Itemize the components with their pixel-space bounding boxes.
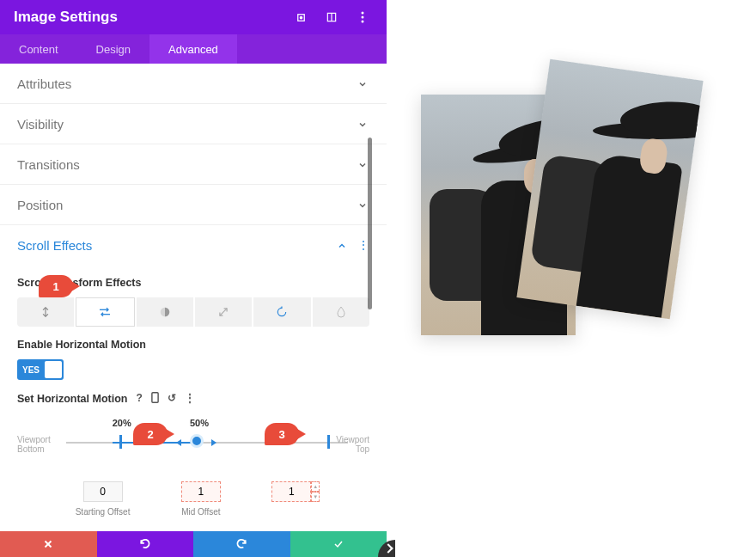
svg-point-6	[362, 21, 364, 23]
svg-point-1	[300, 16, 302, 19]
end-offset-input[interactable]	[271, 481, 311, 502]
tab-advanced[interactable]: Advanced	[149, 34, 237, 64]
settings-title: Image Settings	[14, 9, 280, 26]
section-title: Visibility	[17, 117, 357, 132]
tab-design[interactable]: Design	[77, 34, 149, 64]
section-attributes[interactable]: Attributes	[0, 64, 387, 103]
mid-offset-label: Mid Offset	[181, 507, 220, 517]
device-icon[interactable]	[151, 392, 159, 406]
expand-icon[interactable]	[290, 7, 311, 28]
slider-fill	[113, 442, 197, 444]
slider-pct-1: 20%	[113, 418, 131, 428]
transform-effects-label: Scroll Transform Effects	[17, 277, 369, 289]
section-scroll-effects[interactable]: Scroll Effects ⋮	[0, 225, 387, 265]
stepper-down-icon[interactable]: ▼	[311, 492, 320, 502]
settings-header: Image Settings	[0, 0, 387, 34]
effect-rotate[interactable]	[253, 297, 310, 327]
motion-slider[interactable]: 20% 50%	[17, 423, 369, 466]
section-title: Attributes	[17, 77, 357, 91]
chevron-up-icon	[337, 239, 349, 251]
enable-horizontal-toggle[interactable]: YES	[17, 359, 64, 380]
mid-offset-input[interactable]	[181, 481, 221, 502]
slider-pct-2: 50%	[190, 418, 209, 428]
svg-rect-12	[152, 393, 158, 403]
footer-actions	[0, 531, 387, 557]
toggle-knob	[45, 361, 62, 378]
offset-stepper[interactable]: ▲ ▼	[311, 481, 320, 502]
chevron-down-icon	[357, 118, 369, 130]
kebab-icon[interactable]	[352, 7, 373, 28]
dock-icon[interactable]	[321, 7, 342, 28]
svg-point-5	[362, 16, 364, 19]
chevron-down-icon	[357, 77, 369, 89]
options-kebab-icon[interactable]: ⋮	[185, 392, 195, 406]
effect-fade[interactable]	[137, 297, 193, 327]
starting-offset-input[interactable]	[83, 481, 123, 502]
effect-vertical[interactable]	[17, 297, 74, 327]
slider-track	[66, 442, 348, 444]
undo-button[interactable]	[97, 531, 194, 557]
section-title: Position	[17, 198, 357, 212]
effect-blur[interactable]	[313, 297, 369, 327]
redo-button[interactable]	[193, 531, 290, 557]
cancel-button[interactable]	[0, 531, 97, 557]
reset-icon[interactable]: ↺	[168, 392, 176, 406]
tab-content[interactable]: Content	[0, 34, 77, 64]
toggle-label: YES	[22, 365, 40, 375]
effect-scale[interactable]	[195, 297, 252, 327]
section-position[interactable]: Position	[0, 185, 387, 224]
stepper-up-icon[interactable]: ▲	[311, 481, 320, 492]
set-horizontal-label: Set Horizontal Motion ? ↺ ⋮	[17, 392, 369, 406]
slider-arrow-left-icon	[176, 439, 181, 446]
enable-horizontal-label: Enable Horizontal Motion	[17, 339, 369, 351]
preview-photo-front	[516, 59, 703, 319]
slider-handle-end[interactable]	[327, 435, 330, 449]
starting-offset-label: Starting Offset	[76, 507, 131, 517]
help-icon[interactable]: ?	[136, 392, 142, 406]
scrollbar-thumb[interactable]	[368, 138, 372, 309]
save-button[interactable]	[290, 531, 387, 557]
svg-line-11	[220, 309, 227, 315]
section-visibility[interactable]: Visibility	[0, 104, 387, 144]
svg-point-4	[362, 12, 364, 15]
set-horizontal-text: Set Horizontal Motion	[17, 393, 127, 405]
slider-arrow-right-icon	[211, 439, 216, 446]
slider-handle-start[interactable]	[119, 435, 122, 449]
effect-horizontal[interactable]	[76, 297, 134, 327]
section-title: Transitions	[17, 157, 357, 172]
section-title: Scroll Effects	[17, 238, 337, 253]
settings-tabs: Content Design Advanced	[0, 34, 387, 64]
image-preview	[421, 69, 747, 413]
section-transitions[interactable]: Transitions	[0, 144, 387, 184]
slider-handle-mid[interactable]	[190, 434, 204, 448]
